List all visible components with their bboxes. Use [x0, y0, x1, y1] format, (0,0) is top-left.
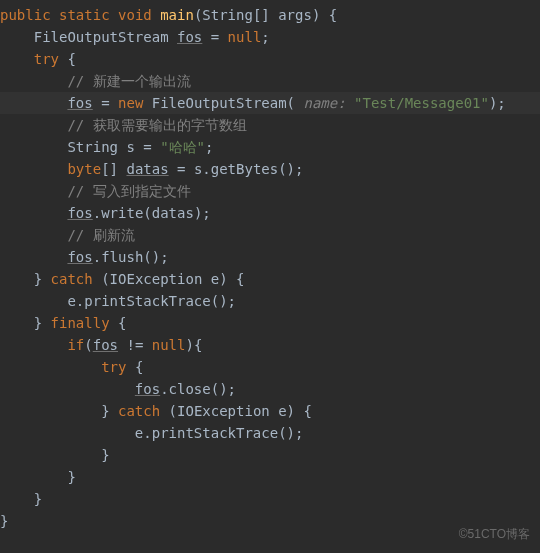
code-text: String s =	[0, 139, 160, 155]
code-text	[0, 227, 67, 243]
code-text: }	[0, 403, 118, 419]
code-line: } catch (IOException e) {	[0, 400, 540, 422]
code-text: .flush();	[93, 249, 169, 265]
keyword: try	[34, 51, 59, 67]
string-literal: "Test/Message01"	[354, 95, 489, 111]
code-text: }	[0, 491, 42, 507]
keyword: if	[67, 337, 84, 353]
code-text: FileOutputStream	[0, 29, 177, 45]
code-line: e.printStackTrace();	[0, 290, 540, 312]
code-line: byte[] datas = s.getBytes();	[0, 158, 540, 180]
method-name: main	[160, 7, 194, 23]
code-text: = s.getBytes();	[169, 161, 304, 177]
keyword: catch	[51, 271, 93, 287]
code-text: ;	[261, 29, 269, 45]
code-line: }	[0, 444, 540, 466]
code-text: (IOException e) {	[93, 271, 245, 287]
code-line: }	[0, 488, 540, 510]
code-text: {	[126, 359, 143, 375]
variable: fos	[67, 95, 92, 111]
code-text: e.printStackTrace();	[0, 425, 303, 441]
keyword: try	[101, 359, 126, 375]
code-text: (IOException e) {	[160, 403, 312, 419]
code-text: }	[0, 271, 51, 287]
code-text	[0, 117, 67, 133]
code-text	[0, 337, 67, 353]
code-text	[0, 95, 67, 111]
code-text	[0, 73, 67, 89]
variable: fos	[67, 205, 92, 221]
code-text: =	[93, 95, 118, 111]
string-literal: "哈哈"	[160, 139, 205, 155]
comment: // 获取需要输出的字节数组	[67, 117, 246, 133]
keyword: null	[152, 337, 186, 353]
code-text: .close();	[160, 381, 236, 397]
keyword: finally	[51, 315, 110, 331]
keyword: catch	[118, 403, 160, 419]
code-text: e.printStackTrace();	[0, 293, 236, 309]
watermark: ©51CTO博客	[459, 523, 530, 545]
keyword: public	[0, 7, 51, 23]
param-hint: name:	[303, 95, 354, 111]
code-line: fos.write(datas);	[0, 202, 540, 224]
code-text: }	[0, 447, 110, 463]
code-text	[0, 183, 67, 199]
variable: fos	[67, 249, 92, 265]
code-text: !=	[118, 337, 152, 353]
code-text: {	[59, 51, 76, 67]
code-text: []	[101, 161, 126, 177]
keyword: new	[118, 95, 143, 111]
code-line: public static void main(String[] args) {	[0, 4, 540, 26]
comment: // 写入到指定文件	[67, 183, 190, 199]
code-line: fos.flush();	[0, 246, 540, 268]
code-line: try {	[0, 48, 540, 70]
code-text: {	[110, 315, 127, 331]
code-text: (String[] args) {	[194, 7, 337, 23]
code-text: ){	[185, 337, 202, 353]
code-text	[0, 205, 67, 221]
variable: fos	[135, 381, 160, 397]
code-line: } catch (IOException e) {	[0, 268, 540, 290]
code-editor[interactable]: public static void main(String[] args) {…	[0, 4, 540, 532]
variable: fos	[177, 29, 202, 45]
code-text	[0, 249, 67, 265]
keyword: static	[59, 7, 110, 23]
code-line: if(fos != null){	[0, 334, 540, 356]
code-text: FileOutputStream(	[143, 95, 303, 111]
comment: // 刷新流	[67, 227, 134, 243]
code-text	[0, 381, 135, 397]
code-line: FileOutputStream fos = null;	[0, 26, 540, 48]
variable: datas	[126, 161, 168, 177]
keyword: byte	[67, 161, 101, 177]
code-text: ;	[205, 139, 213, 155]
variable: fos	[93, 337, 118, 353]
code-text	[0, 161, 67, 177]
code-text: =	[202, 29, 227, 45]
keyword: void	[118, 7, 152, 23]
code-line: // 获取需要输出的字节数组	[0, 114, 540, 136]
code-text: (	[84, 337, 92, 353]
code-line: } finally {	[0, 312, 540, 334]
code-text	[0, 51, 34, 67]
code-line: // 写入到指定文件	[0, 180, 540, 202]
code-line: fos.close();	[0, 378, 540, 400]
code-text	[0, 359, 101, 375]
code-text: }	[0, 469, 76, 485]
code-line: String s = "哈哈";	[0, 136, 540, 158]
code-line: // 刷新流	[0, 224, 540, 246]
comment: // 新建一个输出流	[67, 73, 190, 89]
code-line: e.printStackTrace();	[0, 422, 540, 444]
code-line: try {	[0, 356, 540, 378]
code-line-highlighted: fos = new FileOutputStream( name: "Test/…	[0, 92, 540, 114]
code-text: .write(datas);	[93, 205, 211, 221]
code-line: }	[0, 466, 540, 488]
code-text: );	[489, 95, 506, 111]
keyword: null	[228, 29, 262, 45]
code-line: // 新建一个输出流	[0, 70, 540, 92]
code-text: }	[0, 513, 8, 529]
code-text: }	[0, 315, 51, 331]
